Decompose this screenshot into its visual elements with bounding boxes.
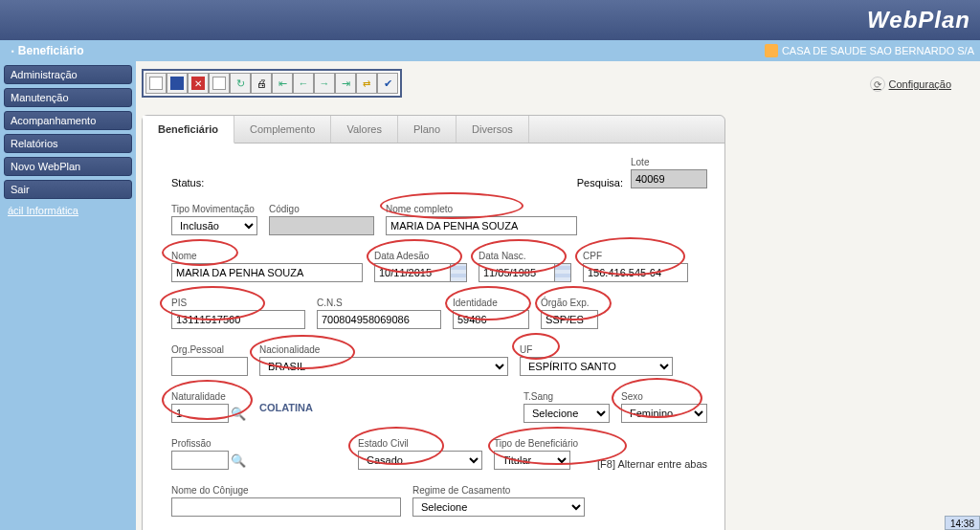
save-icon[interactable] [167, 73, 188, 94]
estado-civil-label: Estado Civil [358, 438, 482, 449]
org-pessoal-label: Org.Pessoal [171, 344, 248, 355]
identidade-field[interactable] [453, 310, 529, 329]
uf-select[interactable]: ESPÍRITO SANTO [520, 357, 673, 376]
conjuge-label: Nome do Cônjuge [171, 485, 401, 496]
app-title: WebPlan [867, 7, 970, 33]
status-label: Status: [171, 177, 204, 188]
codigo-field[interactable] [269, 216, 374, 235]
conjuge-field[interactable] [171, 497, 401, 517]
form-panel: Beneficiário Complemento Valores Plano D… [142, 115, 725, 530]
naturalidade-label: Naturalidade [171, 391, 246, 402]
sidebar-item-administracao[interactable]: Administração [4, 65, 132, 84]
codigo-label: Código [269, 204, 374, 214]
data-nasc-label: Data Nasc. [479, 251, 571, 261]
app-header: WebPlan [0, 0, 980, 40]
regime-select[interactable]: Selecione [412, 497, 585, 517]
data-adesao-label: Data Adesão [374, 251, 467, 261]
tsang-select[interactable]: Selecione [523, 404, 610, 423]
nome-label: Nome [171, 251, 363, 261]
cpf-field[interactable] [583, 263, 688, 282]
uf-label: UF [520, 344, 673, 355]
sidebar-item-manutencao[interactable]: Manutenção [4, 88, 132, 107]
nome-completo-field[interactable] [386, 216, 577, 235]
breadcrumb: Beneficiário [4, 40, 84, 61]
tipo-select[interactable]: Inclusão [171, 216, 257, 235]
cns-field[interactable] [317, 310, 441, 329]
naturalidade-lookup-text: COLATINA [259, 402, 313, 413]
prev-icon[interactable]: ← [293, 73, 314, 94]
toolbar: ✕ ↻ 🖨 ⇤ ← → ⇥ ⇄ ✔ [142, 69, 402, 98]
tab-complemento[interactable]: Complemento [234, 116, 331, 143]
tipo-benef-label: Tipo de Beneficiário [494, 438, 578, 449]
calendar-icon[interactable] [450, 263, 467, 282]
sidebar-item-sair[interactable]: Sair [4, 180, 132, 199]
sexo-select[interactable]: Feminino [621, 404, 707, 423]
orgao-exp-field[interactable] [541, 310, 598, 329]
nome-completo-label: Nome completo [386, 204, 577, 214]
config-link[interactable]: Configuração [870, 77, 951, 92]
hint-f8: [F8] Alternar entre abas [597, 458, 707, 470]
regime-label: Regime de Casamento [412, 485, 585, 496]
transfer-icon[interactable]: ⇄ [356, 73, 377, 94]
form-body: Status: Pesquisa: Lote Tipo Movimentação… [143, 144, 724, 530]
lote-label: Lote [631, 157, 707, 167]
calendar-icon[interactable] [554, 263, 571, 282]
print-icon[interactable]: 🖨 [251, 73, 272, 94]
last-icon[interactable]: ⇥ [335, 73, 356, 94]
status-time: 14:38 [945, 516, 980, 530]
naturalidade-field[interactable] [171, 404, 229, 423]
pis-field[interactable] [171, 310, 305, 329]
main-area: ✕ ↻ 🖨 ⇤ ← → ⇥ ⇄ ✔ Configuração Beneficiá… [136, 61, 980, 530]
nacionalidade-select[interactable]: BRASIL [259, 357, 508, 376]
sidebar-item-relatorios[interactable]: Relatórios [4, 134, 132, 153]
org-icon [765, 44, 778, 57]
tab-plano[interactable]: Plano [398, 116, 457, 143]
sidebar: Administração Manutenção Acompanhamento … [0, 61, 136, 530]
tsang-label: T.Sang [523, 391, 610, 402]
sidebar-item-novo-webplan[interactable]: Novo WebPlan [4, 157, 132, 176]
identidade-label: Identidade [453, 298, 529, 308]
data-adesao-field[interactable] [374, 263, 451, 282]
nacionalidade-label: Nacionalidade [259, 344, 508, 355]
lote-field[interactable] [631, 169, 707, 188]
nome-field[interactable] [171, 263, 363, 282]
tab-valores[interactable]: Valores [331, 116, 397, 143]
refresh-icon[interactable]: ↻ [230, 73, 251, 94]
tipo-benef-select[interactable]: Titular [494, 451, 570, 470]
tipo-label: Tipo Movimentação [171, 204, 257, 214]
sidebar-item-acompanhamento[interactable]: Acompanhamento [4, 111, 132, 130]
next-icon[interactable]: → [314, 73, 335, 94]
sexo-label: Sexo [621, 391, 707, 402]
profissao-label: Profissão [171, 438, 246, 449]
org-label: CASA DE SAUDE SAO BERNARDO S/A [765, 44, 974, 57]
orgao-exp-label: Órgão Exp. [541, 298, 598, 308]
subheader: Beneficiário CASA DE SAUDE SAO BERNARDO … [0, 40, 980, 61]
pis-label: PIS [171, 298, 305, 308]
estado-civil-select[interactable]: Casado [358, 451, 482, 470]
delete-icon[interactable]: ✕ [188, 73, 209, 94]
tab-beneficiario[interactable]: Beneficiário [143, 116, 234, 144]
cns-label: C.N.S [317, 298, 441, 308]
tab-bar: Beneficiário Complemento Valores Plano D… [143, 116, 724, 144]
org-pessoal-field[interactable] [171, 357, 248, 376]
confirm-icon[interactable]: ✔ [377, 73, 398, 94]
cpf-label: CPF [583, 251, 688, 261]
lookup-icon[interactable]: 🔍 [231, 453, 246, 468]
first-icon[interactable]: ⇤ [272, 73, 293, 94]
data-nasc-field[interactable] [479, 263, 555, 282]
tab-diversos[interactable]: Diversos [457, 116, 529, 143]
copy-icon[interactable] [209, 73, 230, 94]
pesquisa-label: Pesquisa: [577, 177, 623, 188]
new-icon[interactable] [145, 73, 167, 94]
profissao-field[interactable] [171, 451, 229, 470]
sidebar-link-informatica[interactable]: ácil Informática [4, 203, 132, 218]
lookup-icon[interactable]: 🔍 [231, 407, 246, 421]
